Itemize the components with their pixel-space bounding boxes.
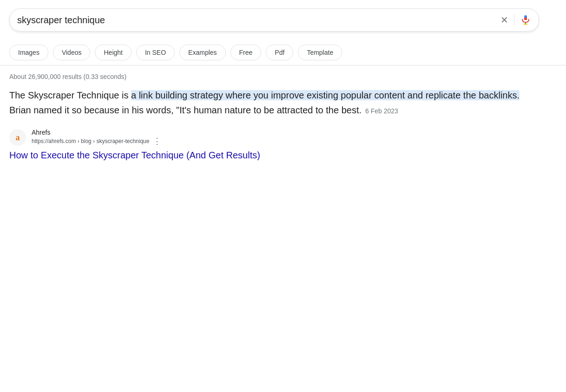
search-bar-wrapper: skyscraper technique ✕ (0, 0, 566, 40)
source-url-row: https://ahrefs.com › blog › skyscraper-t… (32, 136, 161, 146)
chip-free[interactable]: Free (230, 45, 262, 60)
snippet-text-after: Brian named it so because in his words, … (9, 105, 362, 115)
search-input[interactable]: skyscraper technique (17, 15, 500, 26)
chip-template[interactable]: Template (298, 45, 342, 60)
clear-icon[interactable]: ✕ (500, 14, 508, 26)
filter-chips-wrapper: Images Videos Height In SEO Examples Fre… (0, 40, 566, 65)
svg-rect-3 (524, 15, 527, 18)
chip-in-seo[interactable]: In SEO (136, 45, 175, 60)
source-url: https://ahrefs.com › blog › skyscraper-t… (32, 138, 149, 144)
svg-rect-4 (524, 18, 527, 20)
search-icons: ✕ (500, 14, 531, 26)
chip-height[interactable]: Height (95, 45, 131, 60)
search-bar: skyscraper technique ✕ (9, 8, 539, 32)
results-section: About 26,900,000 results (0.33 seconds) … (0, 65, 566, 170)
source-info: Ahrefs https://ahrefs.com › blog › skysc… (32, 129, 161, 146)
more-options-icon[interactable]: ⋮ (153, 136, 161, 146)
mic-icon[interactable] (520, 14, 531, 26)
snippet-text-before: The Skyscraper Technique is (9, 90, 131, 100)
snippet-text: The Skyscraper Technique is a link build… (9, 88, 520, 118)
chip-examples[interactable]: Examples (179, 45, 225, 60)
featured-snippet: The Skyscraper Technique is a link build… (9, 88, 520, 118)
favicon-letter: a (16, 133, 20, 143)
snippet-highlight: a link building strategy where you impro… (131, 90, 520, 100)
source-name: Ahrefs (32, 129, 161, 136)
search-divider (514, 14, 514, 26)
result-title[interactable]: How to Execute the Skyscraper Technique … (9, 150, 260, 160)
results-count: About 26,900,000 results (0.33 seconds) (9, 73, 557, 80)
chip-pdf[interactable]: Pdf (266, 45, 293, 60)
snippet-date: 6 Feb 2023 (365, 107, 398, 115)
search-result: a Ahrefs https://ahrefs.com › blog › sky… (9, 129, 520, 161)
chip-videos[interactable]: Videos (53, 45, 91, 60)
result-source: a Ahrefs https://ahrefs.com › blog › sky… (9, 129, 520, 146)
filter-chips: Images Videos Height In SEO Examples Fre… (9, 45, 566, 60)
chip-images[interactable]: Images (9, 45, 48, 60)
favicon-wrapper: a (9, 129, 26, 146)
